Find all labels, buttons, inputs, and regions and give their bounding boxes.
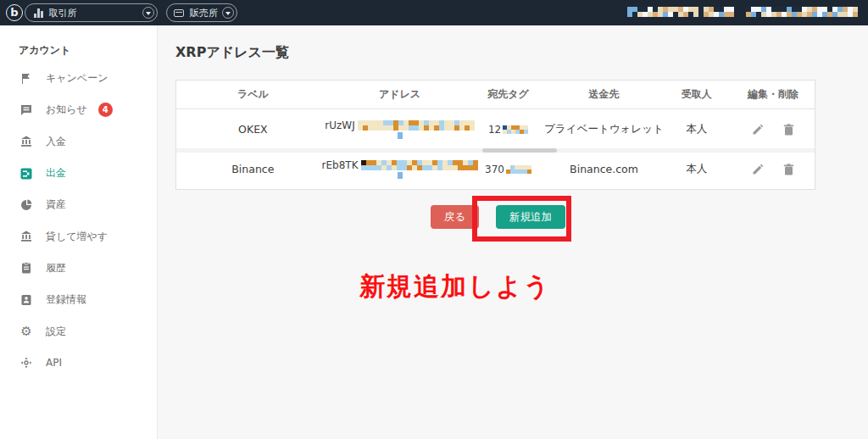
withdraw-icon <box>19 167 33 181</box>
gear-icon: ⚙ <box>19 325 33 338</box>
row-actions <box>732 163 815 176</box>
exchange-dropdown-label: 取引所 <box>49 7 77 19</box>
sidebar-item-api[interactable]: API <box>0 347 157 379</box>
column-header-address: アドレス <box>330 87 470 102</box>
sidebar-item-label: 資産 <box>46 197 66 212</box>
table-header-row: ラベル アドレス 宛先タグ 送金先 受取人 編集・削除 <box>176 81 815 109</box>
sidebar-item-label: お知らせ <box>46 103 87 117</box>
censored-address <box>361 160 478 170</box>
page: b 取引所 販売所 アカウント キャンペーン <box>0 0 868 439</box>
censored-tag <box>503 125 528 134</box>
sidebar-item-label: 登録情報 <box>46 292 86 307</box>
annotation-text: 新規追加しよう <box>159 270 752 304</box>
sidebar-item-label: 入金 <box>46 135 66 149</box>
recipient-value: 本人 <box>661 122 732 136</box>
address-value: rEb8TK <box>330 160 470 179</box>
sales-dropdown-label: 販売所 <box>190 7 218 19</box>
bar-chart-icon <box>34 8 43 18</box>
censored-fragment <box>398 132 403 139</box>
flag-icon <box>19 72 33 86</box>
sidebar-item-withdrawal[interactable]: 出金 <box>0 158 157 189</box>
sidebar-item-assets[interactable]: 資産 <box>0 189 157 220</box>
sidebar-item-label: 出金 <box>46 166 66 181</box>
sidebar-item-label: 設定 <box>46 325 66 339</box>
censored-account-text <box>627 7 734 17</box>
censored-account-text <box>746 7 858 17</box>
bitbank-logo[interactable]: b <box>6 4 23 21</box>
bank-icon <box>19 230 33 243</box>
column-header-destination: 送金先 <box>547 87 662 102</box>
main-content: XRPアドレス一覧 ラベル アドレス 宛先タグ 送金先 受取人 編集・削除 OK… <box>159 25 868 439</box>
sidebar-item-campaign[interactable]: キャンペーン <box>0 63 157 94</box>
delete-icon[interactable] <box>782 163 795 176</box>
sidebar-item-notifications[interactable]: お知らせ 4 <box>0 94 157 125</box>
back-button[interactable]: 戻る <box>431 205 479 229</box>
api-icon <box>19 356 33 370</box>
horizontal-scrollbar[interactable] <box>176 148 815 153</box>
delete-icon[interactable] <box>782 123 795 136</box>
censored-address <box>358 120 475 131</box>
bank-icon <box>19 135 33 148</box>
destination-tag-value: 12 <box>470 124 546 136</box>
destination-tag-value: 370 <box>470 164 546 175</box>
notification-badge: 4 <box>98 103 113 117</box>
table-row: Binance rEb8TK 370 Binance.com 本人 <box>176 149 815 189</box>
sidebar-item-settings[interactable]: ⚙ 設定 <box>0 315 157 347</box>
sidebar-item-label: 貸して増やす <box>46 230 108 244</box>
sidebar-item-label: キャンペーン <box>46 71 108 86</box>
sales-dropdown[interactable]: 販売所 <box>166 3 237 22</box>
address-prefix: rUzWJ <box>325 120 354 131</box>
sidebar-item-deposit[interactable]: 入金 <box>0 126 157 158</box>
clipboard-icon <box>19 261 33 275</box>
edit-icon[interactable] <box>751 163 765 176</box>
top-navigation-bar: b 取引所 販売所 <box>0 0 868 25</box>
tag-prefix: 370 <box>485 164 504 175</box>
add-new-button[interactable]: 新規追加 <box>496 205 565 229</box>
sidebar-item-label: 履歴 <box>46 261 66 275</box>
page-title: XRPアドレス一覧 <box>175 44 289 62</box>
recipient-value: 本人 <box>661 162 732 176</box>
chevron-down-icon <box>142 7 154 19</box>
address-prefix: rEb8TK <box>322 160 359 170</box>
column-header-destination-tag: 宛先タグ <box>470 87 546 102</box>
censored-tag <box>506 165 531 174</box>
tag-prefix: 12 <box>488 124 501 136</box>
sidebar-item-lending[interactable]: 貸して増やす <box>0 220 157 252</box>
exchange-dropdown[interactable]: 取引所 <box>25 3 158 22</box>
destination-value: Binance.com <box>547 163 662 175</box>
row-actions <box>732 123 815 136</box>
address-value: rUzWJ <box>330 120 470 139</box>
assets-icon <box>19 198 33 212</box>
chat-icon <box>19 103 33 117</box>
sidebar: アカウント キャンペーン お知らせ 4 入金 <box>0 25 158 439</box>
destination-value: プライベートウォレット <box>547 122 662 136</box>
column-header-recipient: 受取人 <box>661 87 732 102</box>
censored-fragment <box>398 172 403 179</box>
column-header-label: ラベル <box>176 87 330 102</box>
sidebar-item-history[interactable]: 履歴 <box>0 253 157 284</box>
table-row: OKEX rUzWJ 12 プライベートウォレット 本人 <box>176 109 815 149</box>
address-label: OKEX <box>176 123 330 136</box>
chevron-down-icon <box>222 7 234 19</box>
address-label: Binance <box>176 163 330 175</box>
edit-icon[interactable] <box>751 123 765 136</box>
sidebar-item-label: API <box>46 357 62 369</box>
column-header-edit-delete: 編集・削除 <box>732 87 815 102</box>
sidebar-nav: キャンペーン お知らせ 4 入金 出金 <box>0 63 157 379</box>
sidebar-section-title: アカウント <box>19 43 157 58</box>
sidebar-item-registration[interactable]: 登録情報 <box>0 284 157 315</box>
id-card-icon <box>19 293 33 307</box>
scrollbar-thumb[interactable] <box>482 148 557 153</box>
xrp-address-table: ラベル アドレス 宛先タグ 送金先 受取人 編集・削除 OKEX rUzWJ 1… <box>175 80 815 190</box>
card-icon <box>174 9 184 17</box>
